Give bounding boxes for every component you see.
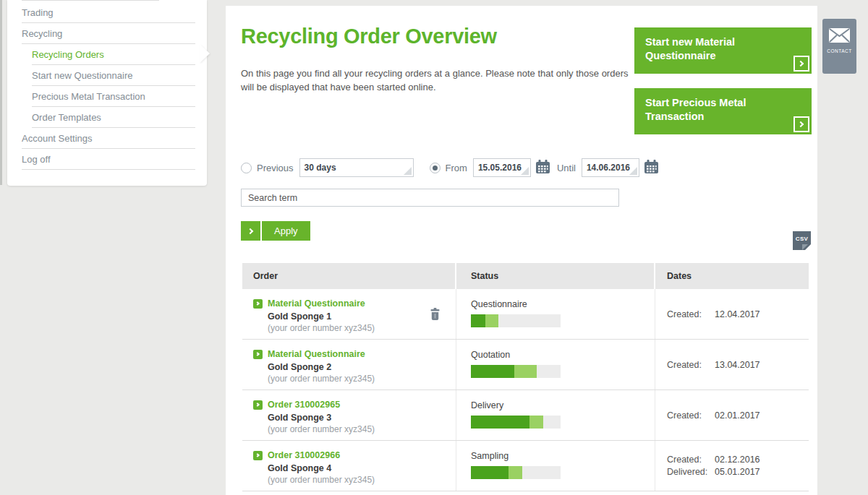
sidebar-item-start-new-questionnaire[interactable]: Start new Questionnaire (32, 65, 195, 86)
dates-cell: Created:13.04.2017 (655, 340, 809, 389)
order-number: (your order number xyz345) (268, 323, 446, 333)
csv-export-button[interactable]: CSV (793, 231, 811, 250)
orders-table-body: Material Questionnaire Gold Sponge 1 (yo… (242, 289, 809, 491)
envelope-icon (829, 28, 850, 43)
sidebar-item-label: Log off (22, 154, 51, 165)
progress-done-segment (471, 466, 509, 479)
order-link[interactable]: Material Questionnaire (268, 349, 365, 359)
dates-cell: Created:02.01.2017 (655, 390, 809, 440)
date-label: Created: (667, 309, 715, 319)
from-date-input[interactable] (478, 163, 526, 173)
dates-cell: Created:02.12.2016Delivered:05.01.2017 (655, 441, 809, 491)
orders-table-header: Order Status Dates (242, 263, 809, 289)
date-line: Created:02.12.2016 (667, 455, 809, 465)
progress-partial-segment (514, 365, 537, 378)
intro-text: On this page you find all your recycling… (241, 66, 635, 94)
table-row: Material Questionnaire Gold Sponge 2 (yo… (242, 340, 809, 390)
apply-button[interactable]: Apply (241, 221, 310, 241)
date-value: 02.01.2017 (715, 410, 760, 421)
date-label: Created: (667, 410, 715, 421)
sidebar-item-trading[interactable]: Trading (22, 2, 195, 23)
date-line: Created:13.04.2017 (667, 360, 809, 370)
apply-button-label: Apply (262, 221, 310, 241)
sidebar-item-recycling[interactable]: Recycling (22, 23, 195, 44)
period-select[interactable]: 30 days (299, 158, 414, 177)
order-material-name: Gold Sponge 4 (268, 463, 446, 473)
previous-label: Previous (257, 163, 294, 173)
from-radio[interactable] (430, 163, 441, 173)
previous-radio[interactable] (241, 163, 252, 173)
progress-done-segment (471, 365, 514, 378)
start-material-questionnaire-label: Start new Material Questionnaire (645, 36, 735, 61)
sidebar-item-log-off[interactable]: Log off (22, 149, 195, 170)
from-label: From (446, 163, 467, 173)
sidebar-item-precious-metal-transaction[interactable]: Precious Metal Transaction (32, 86, 195, 107)
main-panel: Recycling Order Overview On this page yo… (226, 6, 817, 495)
window-edge (0, 0, 2, 185)
order-link[interactable]: Order 310002966 (268, 450, 340, 460)
chevron-right-icon (793, 56, 809, 72)
sidebar-item-recycling-orders[interactable]: Recycling Orders (32, 44, 195, 65)
date-value: 13.04.2017 (715, 360, 760, 370)
order-material-name: Gold Sponge 2 (268, 362, 446, 372)
status-label: Sampling (471, 451, 655, 461)
table-row: Order 310002965 Gold Sponge 3 (your orde… (242, 390, 809, 441)
csv-export-label: CSV (793, 236, 811, 242)
calendar-icon[interactable] (536, 160, 550, 176)
progress-done-segment (471, 416, 529, 429)
status-progress-bar (471, 466, 561, 479)
orders-table: Order Status Dates Material Questionnair… (242, 263, 809, 491)
date-label: Created: (667, 455, 715, 465)
sidebar-item-label: Trading (22, 7, 54, 18)
sidebar-nav: TradingRecyclingRecycling OrdersStart ne… (7, 2, 207, 170)
sidebar-active-pointer (200, 44, 210, 63)
column-header-order: Order (242, 263, 456, 289)
order-material-name: Gold Sponge 1 (268, 311, 446, 322)
start-precious-metal-button[interactable]: Start Precious Metal Transaction (634, 88, 812, 134)
sidebar-item-account-settings[interactable]: Account Settings (22, 128, 195, 149)
status-progress-bar (471, 314, 561, 327)
order-link[interactable]: Order 310002965 (268, 400, 340, 410)
search-field (241, 189, 619, 207)
start-material-questionnaire-button[interactable]: Start new Material Questionnaire (634, 27, 812, 74)
order-number: (your order number xyz345) (268, 424, 446, 434)
status-label: Quotation (471, 350, 655, 360)
order-number: (your order number xyz345) (268, 475, 446, 485)
progress-partial-segment (509, 466, 522, 479)
date-value: 05.01.2017 (715, 467, 760, 477)
sidebar-item-label: Order Templates (32, 112, 101, 123)
sidebar-item-label: Recycling Orders (32, 49, 104, 60)
order-chevron-icon (253, 451, 263, 460)
page-title: Recycling Order Overview (241, 25, 497, 48)
order-number: (your order number xyz345) (268, 374, 446, 384)
until-label: Until (557, 163, 576, 173)
order-chevron-icon (253, 299, 263, 309)
order-chevron-icon (253, 400, 263, 410)
sidebar-item-label: Precious Metal Transaction (32, 91, 145, 102)
date-value: 12.04.2017 (715, 309, 760, 319)
from-date-field[interactable] (473, 158, 531, 177)
contact-button[interactable]: CONTACT (822, 19, 856, 74)
date-value: 02.12.2016 (715, 455, 760, 465)
sidebar: TradingRecyclingRecycling OrdersStart ne… (7, 0, 207, 186)
order-chevron-icon (253, 350, 263, 359)
delete-order-button[interactable] (430, 308, 440, 323)
status-label: Delivery (471, 400, 655, 410)
table-row: Material Questionnaire Gold Sponge 1 (yo… (242, 289, 809, 340)
progress-partial-segment (529, 416, 544, 429)
table-row: Order 310002966 Gold Sponge 4 (your orde… (242, 441, 809, 491)
calendar-icon[interactable] (644, 160, 658, 176)
status-label: Questionnaire (471, 299, 655, 309)
progress-done-segment (471, 314, 485, 327)
until-date-field[interactable] (582, 158, 639, 177)
contact-label: CONTACT (822, 48, 856, 53)
dates-cell: Created:12.04.2017 (655, 289, 809, 339)
search-input[interactable] (241, 189, 619, 207)
date-line: Created:02.01.2017 (667, 410, 809, 421)
sidebar-item-order-templates[interactable]: Order Templates (32, 107, 195, 128)
column-header-status: Status (456, 263, 655, 289)
filter-bar: Previous 30 days From Until (241, 158, 665, 178)
status-progress-bar (471, 365, 561, 378)
until-date-input[interactable] (587, 163, 634, 173)
order-link[interactable]: Material Questionnaire (268, 298, 365, 309)
